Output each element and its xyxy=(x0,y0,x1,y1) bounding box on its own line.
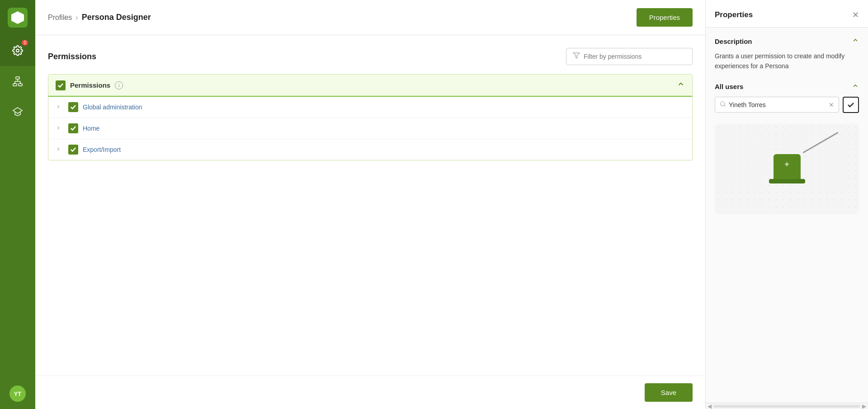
filter-wrapper[interactable] xyxy=(566,48,693,65)
breadcrumb: Profiles › Persona Designer xyxy=(48,13,151,22)
scroll-right-arrow[interactable]: ▶ xyxy=(862,403,866,409)
svg-point-10 xyxy=(721,102,725,106)
svg-rect-3 xyxy=(19,84,22,86)
sidebar-item-hierarchy[interactable] xyxy=(0,66,35,97)
expand-arrow-icon[interactable] xyxy=(56,146,65,153)
breadcrumb-separator: › xyxy=(75,14,78,22)
properties-button[interactable]: Properties xyxy=(637,8,693,27)
group-name: Permissions xyxy=(70,81,110,89)
all-users-collapse-icon[interactable] xyxy=(852,82,859,91)
table-row: Export/Import xyxy=(48,139,692,160)
svg-rect-1 xyxy=(16,77,19,79)
hat-star: ✦ xyxy=(783,160,790,169)
main-area: Profiles › Persona Designer Properties P… xyxy=(35,0,705,409)
description-section-header: Description xyxy=(715,37,859,46)
user-search-icon xyxy=(720,101,726,108)
settings-badge: 0 xyxy=(22,40,28,46)
sidebar-user-avatar[interactable]: YT xyxy=(0,378,35,409)
avatar: YT xyxy=(9,385,26,402)
all-users-section: All users ✕ xyxy=(715,82,859,113)
breadcrumb-current: Persona Designer xyxy=(82,13,151,22)
sidebar-item-settings[interactable]: 0 xyxy=(0,35,35,66)
expand-arrow-icon[interactable] xyxy=(56,104,65,111)
right-panel-scrollbar: ◀ ▶ xyxy=(706,403,868,409)
description-section-title: Description xyxy=(715,38,752,45)
all-users-section-header: All users xyxy=(715,82,859,91)
right-panel-header: Properties ✕ xyxy=(706,0,868,28)
scroll-track xyxy=(713,405,860,408)
table-row: Home xyxy=(48,118,692,139)
page-title: Permissions xyxy=(48,52,96,61)
table-row: Global administration xyxy=(48,97,692,118)
filter-icon xyxy=(573,52,580,61)
filter-input[interactable] xyxy=(584,53,686,60)
permissions-group-header: Permissions i xyxy=(48,75,692,97)
user-search-wrapper: ✕ xyxy=(715,97,859,113)
right-panel: Properties ✕ Description Grants a user p… xyxy=(705,0,868,409)
content-footer: Save xyxy=(35,376,705,409)
permissions-group-left: Permissions i xyxy=(56,80,123,90)
right-panel-body: Description Grants a user permission to … xyxy=(706,28,868,403)
permission-name[interactable]: Home xyxy=(83,125,99,132)
hat-brim xyxy=(769,179,805,183)
hat-body: ✦ xyxy=(774,154,801,179)
row-checkbox[interactable] xyxy=(68,123,78,133)
breadcrumb-profiles-link[interactable]: Profiles xyxy=(48,14,72,22)
svg-marker-9 xyxy=(573,53,579,58)
hierarchy-icon xyxy=(12,76,23,87)
sidebar-item-education[interactable] xyxy=(0,97,35,127)
user-search-input[interactable] xyxy=(729,101,829,108)
row-checkbox[interactable] xyxy=(68,102,78,112)
all-users-title: All users xyxy=(715,83,743,90)
right-panel-title: Properties xyxy=(715,10,753,19)
permissions-table: Permissions i xyxy=(48,74,693,372)
sidebar-logo xyxy=(0,0,35,35)
row-checkbox[interactable] xyxy=(68,145,78,155)
top-header: Profiles › Persona Designer Properties xyxy=(35,0,705,35)
description-text: Grants a user permission to create and m… xyxy=(715,51,859,71)
sidebar: 0 xyxy=(0,0,35,409)
settings-icon xyxy=(12,45,23,56)
collapse-group-icon[interactable] xyxy=(677,80,685,90)
save-button[interactable]: Save xyxy=(645,383,693,402)
svg-line-11 xyxy=(724,105,726,107)
logo-shape xyxy=(11,11,24,24)
close-icon[interactable]: ✕ xyxy=(852,10,859,20)
content-header: Permissions xyxy=(48,48,693,65)
description-collapse-icon[interactable] xyxy=(852,37,859,46)
user-confirm-button[interactable] xyxy=(843,97,859,113)
permission-name[interactable]: Global administration xyxy=(83,103,142,111)
permissions-group: Permissions i xyxy=(48,74,693,160)
sidebar-nav: 0 xyxy=(0,35,35,378)
magic-hat-illustration: ✦ xyxy=(769,154,805,183)
user-clear-icon[interactable]: ✕ xyxy=(829,101,834,108)
main-content: Permissions xyxy=(35,35,705,372)
graduation-icon xyxy=(12,107,23,118)
user-search-input-wrapper[interactable]: ✕ xyxy=(715,97,839,113)
app-logo-icon xyxy=(8,8,28,28)
illustration-area: ✦ xyxy=(715,124,859,214)
info-icon[interactable]: i xyxy=(115,81,123,89)
permission-name[interactable]: Export/Import xyxy=(83,146,121,153)
scroll-left-arrow[interactable]: ◀ xyxy=(708,403,712,409)
svg-point-0 xyxy=(16,49,19,52)
group-checkbox[interactable] xyxy=(56,80,66,90)
svg-rect-2 xyxy=(13,84,17,86)
expand-arrow-icon[interactable] xyxy=(56,125,65,132)
